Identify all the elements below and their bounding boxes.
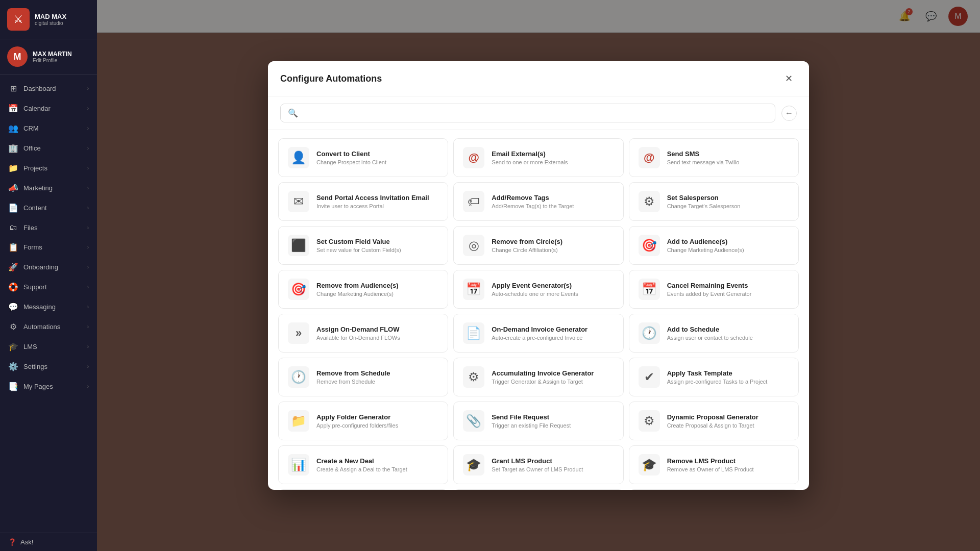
lms-icon: 🎓 (8, 342, 18, 352)
sidebar-label-forms: Forms (23, 243, 42, 251)
auto-card-desc-apply-task-template: Assign pre-configured Tasks to a Project (667, 379, 789, 385)
ask-icon: ❓ (8, 538, 16, 546)
sidebar-item-onboarding[interactable]: 🚀 Onboarding › (0, 257, 97, 277)
auto-card-email-externals[interactable]: @ Email External(s) Send to one or more … (453, 138, 623, 177)
auto-card-icon-remove-from-audiences: 🎯 (288, 279, 309, 300)
modal-close-button[interactable]: ✕ (780, 70, 797, 87)
auto-card-desc-apply-event-generator: Auto-schedule one or more Events (492, 291, 614, 297)
auto-card-add-to-audiences[interactable]: 🎯 Add to Audience(s) Change Marketing Au… (629, 226, 799, 265)
sidebar: ⚔ MAD MAX digital studio M MAX MARTIN Ed… (0, 0, 97, 551)
sidebar-item-support[interactable]: 🛟 Support › (0, 277, 97, 297)
content-arrow-icon: › (87, 205, 89, 211)
auto-card-title-accumulating-invoice-generator: Accumulating Invoice Generator (492, 369, 614, 377)
auto-card-desc-send-file-request: Trigger an existing File Request (492, 422, 614, 429)
auto-card-set-custom-field[interactable]: ⬛ Set Custom Field Value Set new value f… (278, 226, 448, 265)
auto-card-desc-email-externals: Send to one or more Externals (492, 159, 614, 165)
auto-card-add-to-checklists[interactable]: ✔ Add to Checklists Assign Target to Che… (453, 489, 623, 490)
sidebar-item-forms[interactable]: 📋 Forms › (0, 237, 97, 257)
nav-item-left-forms: 📋 Forms (8, 242, 42, 252)
sidebar-item-files[interactable]: 🗂 Files › (0, 218, 97, 237)
auto-card-convert-to-client[interactable]: 👤 Convert to Client Change Prospect into… (278, 138, 448, 177)
auto-card-cancel-remaining-events[interactable]: 📅 Cancel Remaining Events Events added b… (629, 270, 799, 309)
auto-card-desc-apply-folder-generator: Apply pre-configured folders/files (316, 422, 438, 429)
ask-label: Ask! (20, 538, 33, 546)
auto-card-add-remove-tags[interactable]: 🏷 Add/Remove Tags Add/Remove Tag(s) to t… (453, 182, 623, 221)
sidebar-item-mypages[interactable]: 📑 My Pages › (0, 377, 97, 396)
auto-card-on-demand-invoice-generator[interactable]: 📄 On-Demand Invoice Generator Auto-creat… (453, 314, 623, 353)
nav-item-left-calendar: 📅 Calendar (8, 104, 51, 113)
sidebar-item-lms[interactable]: 🎓 LMS › (0, 337, 97, 357)
auto-card-icon-set-custom-field: ⬛ (288, 235, 309, 256)
auto-card-title-email-externals: Email External(s) (492, 150, 614, 158)
auto-card-remove-lms-product[interactable]: 🎓 Remove LMS Product Remove as Owner of … (629, 445, 799, 484)
auto-card-send-portal-access[interactable]: ✉ Send Portal Access Invitation Email In… (278, 182, 448, 221)
auto-card-add-to-schedule[interactable]: 🕐 Add to Schedule Assign user or contact… (629, 314, 799, 353)
avatar: M (7, 46, 28, 67)
auto-card-send-file-request[interactable]: 📎 Send File Request Trigger an existing … (453, 402, 623, 440)
office-arrow-icon: › (87, 145, 89, 151)
sidebar-item-content[interactable]: 📄 Content › (0, 198, 97, 218)
auto-card-apply-task-template[interactable]: ✔ Apply Task Template Assign pre-configu… (629, 358, 799, 396)
search-input[interactable] (303, 109, 768, 117)
nav-item-left-messaging: 💬 Messaging (8, 302, 56, 312)
sidebar-label-dashboard: Dashboard (23, 85, 56, 92)
auto-card-remove-from-audiences[interactable]: 🎯 Remove from Audience(s) Change Marketi… (278, 270, 448, 309)
sidebar-user: M MAX MARTIN Edit Profile (0, 39, 97, 74)
onboarding-arrow-icon: › (87, 264, 89, 270)
auto-card-remove-from-schedule[interactable]: 🕐 Remove from Schedule Remove from Sched… (278, 358, 448, 396)
auto-card-set-salesperson[interactable]: ⚙ Set Salesperson Change Target's Salesp… (629, 182, 799, 221)
auto-card-dynamic-proposal-generator[interactable]: ⚙ Dynamic Proposal Generator Create Prop… (629, 402, 799, 440)
sidebar-label-crm: CRM (23, 124, 39, 132)
marketing-icon: 📣 (8, 183, 18, 193)
onboarding-icon: 🚀 (8, 262, 18, 272)
auto-card-desc-accumulating-invoice-generator: Trigger Generator & Assign to Target (492, 379, 614, 385)
sidebar-item-marketing[interactable]: 📣 Marketing › (0, 178, 97, 198)
auto-card-icon-convert-to-client: 👤 (288, 147, 309, 168)
auto-card-icon-assign-on-demand-flow: » (288, 322, 309, 344)
mypages-arrow-icon: › (87, 384, 89, 389)
sidebar-label-settings: Settings (23, 363, 47, 370)
auto-card-icon-remove-lms-product: 🎓 (639, 454, 660, 475)
sidebar-item-calendar[interactable]: 📅 Calendar › (0, 98, 97, 118)
sidebar-item-automations[interactable]: ⚙ Automations › (0, 317, 97, 337)
sidebar-item-projects[interactable]: 📁 Projects › (0, 158, 97, 178)
auto-card-title-on-demand-invoice-generator: On-Demand Invoice Generator (492, 325, 614, 333)
sidebar-item-office[interactable]: 🏢 Office › (0, 138, 97, 158)
sidebar-item-dashboard[interactable]: ⊞ Dashboard › (0, 79, 97, 98)
auto-card-assign-on-demand-flow[interactable]: » Assign On-Demand FLOW Available for On… (278, 314, 448, 353)
app-logo-icon: ⚔ (7, 8, 30, 31)
auto-card-apply-event-generator[interactable]: 📅 Apply Event Generator(s) Auto-schedule… (453, 270, 623, 309)
auto-card-accumulating-invoice-generator[interactable]: ⚙ Accumulating Invoice Generator Trigger… (453, 358, 623, 396)
sidebar-item-settings[interactable]: ⚙️ Settings › (0, 357, 97, 377)
sidebar-bottom-ask[interactable]: ❓ Ask! (0, 533, 97, 551)
auto-card-title-grant-lms-product: Grant LMS Product (492, 457, 614, 465)
sidebar-item-crm[interactable]: 👥 CRM › (0, 118, 97, 138)
auto-card-remove-from-circles[interactable]: ◎ Remove from Circle(s) Change Circle Af… (453, 226, 623, 265)
sidebar-label-files: Files (23, 224, 37, 232)
auto-card-title-remove-from-audiences: Remove from Audience(s) (316, 282, 438, 289)
nav-item-left-marketing: 📣 Marketing (8, 183, 53, 193)
auto-card-desc-remove-from-audiences: Change Marketing Audience(s) (316, 291, 438, 297)
auto-card-apply-folder-generator[interactable]: 📁 Apply Folder Generator Apply pre-confi… (278, 402, 448, 440)
sidebar-item-messaging[interactable]: 💬 Messaging › (0, 297, 97, 317)
calendar-arrow-icon: › (87, 106, 89, 111)
content-icon: 📄 (8, 203, 18, 213)
search-wrapper: 🔍 (280, 104, 775, 122)
files-arrow-icon: › (87, 225, 89, 231)
auto-card-remove-from-checklist[interactable]: ✔ Remove from Checklist Remove Target fr… (629, 489, 799, 490)
sidebar-label-onboarding: Onboarding (23, 263, 58, 271)
settings-icon: ⚙️ (8, 362, 18, 371)
edit-profile-link[interactable]: Edit Profile (33, 58, 72, 63)
auto-card-create-new-deal[interactable]: 📊 Create a New Deal Create & Assign a De… (278, 445, 448, 484)
auto-card-icon-set-salesperson: ⚙ (639, 191, 660, 212)
auto-card-icon-apply-task-template: ✔ (639, 366, 660, 388)
search-back-button[interactable]: ← (781, 106, 797, 121)
auto-card-icon-add-to-audiences: 🎯 (639, 235, 660, 256)
auto-card-icon-apply-event-generator: 📅 (463, 279, 484, 300)
auto-card-grant-lms-product[interactable]: 🎓 Grant LMS Product Set Target as Owner … (453, 445, 623, 484)
sidebar-nav: ⊞ Dashboard › 📅 Calendar › 👥 CRM › 🏢 Off… (0, 74, 97, 533)
auto-card-title-set-custom-field: Set Custom Field Value (316, 238, 438, 245)
auto-card-icon-send-file-request: 📎 (463, 410, 484, 432)
auto-card-send-sms[interactable]: @ Send SMS Send text message via Twilio (629, 138, 799, 177)
auto-card-webhook-notification[interactable]: 🔄 Webhook Notification Fire a webhook to… (278, 489, 448, 490)
